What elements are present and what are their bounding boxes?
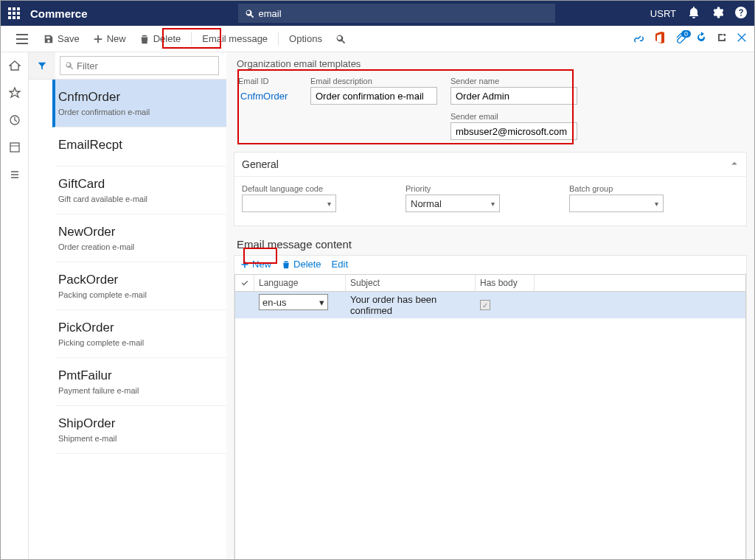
- star-icon[interactable]: [9, 87, 21, 101]
- workspace-icon[interactable]: [9, 141, 21, 155]
- email-content-toolbar: New Delete Edit: [234, 256, 746, 273]
- email-desc-label: Email description: [310, 77, 437, 85]
- general-header[interactable]: General: [234, 153, 746, 177]
- col-subject[interactable]: Subject: [346, 275, 476, 291]
- svg-rect-1: [10, 143, 19, 152]
- close-icon[interactable]: [737, 32, 747, 45]
- chevron-up-icon: [730, 158, 739, 170]
- header-fields: Email IDCnfmOrder Email description Send…: [234, 74, 747, 147]
- content-new-button[interactable]: New: [240, 259, 271, 270]
- list-item[interactable]: EmailRecpt: [55, 127, 226, 167]
- list-item[interactable]: ShipOrderShipment e-mail: [55, 406, 226, 454]
- left-rail: [1, 52, 29, 559]
- action-ribbon: Save New Delete Email message Options 0: [1, 26, 754, 52]
- list-item[interactable]: CnfmOrderOrder confirmation e-mail: [52, 80, 226, 127]
- user-label[interactable]: USRT: [650, 8, 676, 19]
- main-form: Organization email templates Email IDCnf…: [226, 52, 754, 559]
- sender-name-label: Sender name: [450, 77, 577, 85]
- list-item[interactable]: PickOrderPicking complete e-mail: [55, 310, 226, 358]
- email-content-section: New Delete Edit Language Subject Has bod…: [234, 255, 747, 559]
- language-input[interactable]: en-us▾: [259, 294, 328, 310]
- search-icon: [65, 61, 74, 70]
- sender-email-label: Sender email: [450, 112, 577, 121]
- row-checkbox[interactable]: [235, 292, 254, 318]
- help-icon[interactable]: [735, 7, 747, 21]
- filter-box[interactable]: [60, 56, 219, 75]
- content-area: CnfmOrderOrder confirmation e-mail Email…: [1, 52, 754, 559]
- content-grid: Language Subject Has body en-us▾ Your or…: [234, 274, 746, 559]
- col-has-body[interactable]: Has body: [476, 275, 535, 291]
- grid-empty-area: [235, 318, 745, 559]
- refresh-icon[interactable]: [695, 32, 707, 46]
- email-id-link[interactable]: CnfmOrder: [238, 87, 297, 105]
- lang-code-select[interactable]: ▾: [242, 195, 336, 212]
- link-icon[interactable]: [633, 32, 645, 46]
- sender-name-input[interactable]: [450, 87, 577, 105]
- new-button[interactable]: New: [87, 30, 132, 47]
- lang-code-label: Default language code: [242, 184, 336, 193]
- priority-label: Priority: [406, 184, 500, 193]
- search-input[interactable]: [259, 8, 549, 19]
- list-item[interactable]: PackOrderPacking complete e-mail: [55, 262, 226, 310]
- recent-icon[interactable]: [9, 114, 21, 128]
- home-icon[interactable]: [9, 60, 21, 74]
- options-button[interactable]: Options: [283, 30, 328, 47]
- email-id-label: Email ID: [238, 77, 297, 85]
- batch-group-label: Batch group: [569, 184, 664, 193]
- delete-button[interactable]: Delete: [133, 30, 187, 47]
- search-box[interactable]: [238, 4, 555, 23]
- office-icon[interactable]: [654, 32, 666, 46]
- hamburger-icon[interactable]: [8, 26, 36, 52]
- waffle-icon[interactable]: [8, 7, 20, 19]
- list-icon[interactable]: [9, 169, 21, 183]
- top-bar: Commerce USRT: [1, 1, 754, 26]
- attachment-badge: 0: [681, 30, 691, 38]
- bell-icon[interactable]: [688, 7, 700, 21]
- list-item[interactable]: NewOrderOrder creation e-mail: [55, 214, 226, 262]
- email-desc-input[interactable]: [310, 87, 437, 105]
- template-list-panel: CnfmOrderOrder confirmation e-mail Email…: [29, 52, 226, 559]
- sender-email-input[interactable]: [450, 122, 577, 140]
- grid-header: Language Subject Has body: [235, 275, 745, 292]
- gear-icon[interactable]: [711, 7, 723, 21]
- brand-title: Commerce: [30, 7, 88, 20]
- batch-group-select[interactable]: ▾: [569, 195, 664, 212]
- priority-select[interactable]: Normal▾: [406, 195, 500, 212]
- save-button[interactable]: Save: [38, 30, 86, 47]
- filter-input[interactable]: [77, 60, 214, 71]
- popout-icon[interactable]: [716, 32, 728, 46]
- has-body-checkbox[interactable]: [480, 300, 490, 310]
- col-language[interactable]: Language: [254, 275, 346, 291]
- chevron-down-icon: ▾: [319, 297, 324, 308]
- content-delete-button[interactable]: Delete: [282, 259, 321, 270]
- general-section: General Default language code▾ PriorityN…: [234, 152, 747, 226]
- template-list: CnfmOrderOrder confirmation e-mail Email…: [29, 79, 226, 454]
- list-item[interactable]: GiftCardGift card available e-mail: [55, 167, 226, 214]
- filter-icon[interactable]: [29, 52, 55, 79]
- attachment-icon[interactable]: 0: [675, 33, 686, 45]
- list-item[interactable]: PmtFailurPayment failure e-mail: [55, 358, 226, 406]
- select-all-checkbox[interactable]: [235, 275, 254, 291]
- page-title: Organization email templates: [237, 58, 747, 69]
- table-row[interactable]: en-us▾ Your order has been confirmed: [235, 292, 745, 318]
- subject-cell[interactable]: Your order has been confirmed: [346, 292, 476, 318]
- email-message-button[interactable]: Email message: [196, 30, 274, 47]
- search-icon: [245, 9, 254, 18]
- ribbon-search-icon[interactable]: [330, 31, 352, 47]
- email-content-heading: Email message content: [237, 238, 747, 251]
- content-edit-button[interactable]: Edit: [332, 259, 348, 270]
